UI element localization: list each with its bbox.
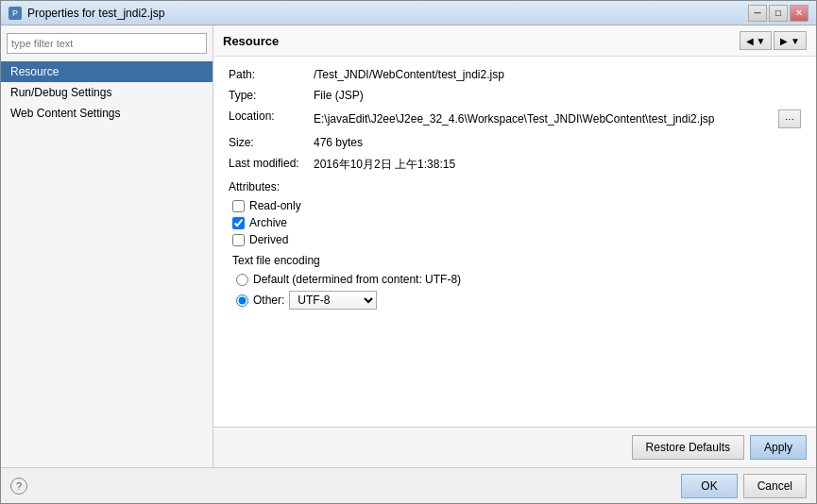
cancel-button[interactable]: Cancel <box>743 474 807 498</box>
browse-button[interactable]: ⋯ <box>778 109 801 128</box>
window-footer-buttons: OK Cancel <box>681 474 807 498</box>
attributes-label: Attributes: <box>229 180 801 193</box>
title-bar-buttons: ─ □ ✕ <box>748 5 808 22</box>
size-value: 476 bytes <box>314 136 801 149</box>
right-panel: Resource ◀ ▼ ▶ ▼ Path: /Test_JNDI/WebCon… <box>213 25 816 467</box>
filter-input[interactable] <box>7 33 207 54</box>
nav-buttons: ◀ ▼ ▶ ▼ <box>740 31 807 50</box>
nav-forward-button[interactable]: ▶ ▼ <box>774 31 807 50</box>
type-label: Type: <box>229 89 314 102</box>
window-title: Properties for test_jndi2.jsp <box>27 7 164 20</box>
main-content: Resource Run/Debug Settings Web Content … <box>1 25 816 467</box>
sidebar: Resource Run/Debug Settings Web Content … <box>1 25 213 467</box>
readonly-row: Read-only <box>232 199 801 212</box>
location-row: Location: E:\javaEdit\J2ee\J2ee_32_4.6\W… <box>229 109 801 128</box>
other-encoding-label: Other: <box>253 294 284 307</box>
sidebar-item-web-content[interactable]: Web Content Settings <box>1 103 213 124</box>
size-row: Size: 476 bytes <box>229 136 801 149</box>
nav-back-button[interactable]: ◀ ▼ <box>740 31 773 50</box>
derived-row: Derived <box>232 233 801 246</box>
modified-label: Last modified: <box>229 157 314 170</box>
location-value: E:\javaEdit\J2ee\J2ee_32_4.6\Workspace\T… <box>314 112 774 126</box>
maximize-button[interactable]: □ <box>769 5 788 22</box>
sidebar-item-run-debug[interactable]: Run/Debug Settings <box>1 82 213 103</box>
readonly-checkbox[interactable] <box>232 200 245 212</box>
path-row: Path: /Test_JNDI/WebContent/test_jndi2.j… <box>229 68 801 81</box>
title-bar-left: P Properties for test_jndi2.jsp <box>9 7 164 20</box>
encoding-section: Text file encoding Default (determined f… <box>232 254 801 310</box>
panel-footer: Restore Defaults Apply <box>213 427 816 467</box>
derived-label: Derived <box>249 233 288 246</box>
type-value: File (JSP) <box>314 89 801 102</box>
modified-value: 2016年10月2日 上午1:38:15 <box>314 157 801 173</box>
window-icon: P <box>9 7 22 20</box>
other-encoding-row: Other: UTF-8 UTF-16 ISO-8859-1 US-ASCII <box>236 291 801 310</box>
path-label: Path: <box>229 68 314 81</box>
close-button[interactable]: ✕ <box>790 5 808 22</box>
default-encoding-label: Default (determined from content: UTF-8) <box>253 273 461 286</box>
archive-checkbox[interactable] <box>232 217 245 229</box>
derived-checkbox[interactable] <box>232 234 245 246</box>
panel-title: Resource <box>223 34 279 48</box>
help-icon[interactable]: ? <box>10 478 27 495</box>
title-bar: P Properties for test_jndi2.jsp ─ □ ✕ <box>1 1 816 25</box>
archive-row: Archive <box>232 216 801 229</box>
default-encoding-row: Default (determined from content: UTF-8) <box>236 273 801 286</box>
properties-window: P Properties for test_jndi2.jsp ─ □ ✕ Re… <box>0 0 817 504</box>
size-label: Size: <box>229 136 314 149</box>
sidebar-item-resource[interactable]: Resource <box>1 61 213 82</box>
encoding-dropdown[interactable]: UTF-8 UTF-16 ISO-8859-1 US-ASCII <box>289 291 377 310</box>
restore-defaults-button[interactable]: Restore Defaults <box>632 435 744 460</box>
ok-button[interactable]: OK <box>681 474 737 498</box>
archive-label: Archive <box>249 216 287 229</box>
panel-body: Path: /Test_JNDI/WebContent/test_jndi2.j… <box>213 57 816 427</box>
apply-button[interactable]: Apply <box>750 435 807 460</box>
type-row: Type: File (JSP) <box>229 89 801 102</box>
readonly-label: Read-only <box>249 199 301 212</box>
window-footer: ? OK Cancel <box>1 467 816 503</box>
default-encoding-radio[interactable] <box>236 274 248 286</box>
location-value-row: E:\javaEdit\J2ee\J2ee_32_4.6\Workspace\T… <box>314 109 801 128</box>
modified-row: Last modified: 2016年10月2日 上午1:38:15 <box>229 157 801 173</box>
minimize-button[interactable]: ─ <box>748 5 767 22</box>
location-label: Location: <box>229 109 314 123</box>
encoding-label: Text file encoding <box>232 254 801 267</box>
other-encoding-radio[interactable] <box>236 294 248 307</box>
panel-header: Resource ◀ ▼ ▶ ▼ <box>213 25 816 57</box>
path-value: /Test_JNDI/WebContent/test_jndi2.jsp <box>314 68 801 81</box>
